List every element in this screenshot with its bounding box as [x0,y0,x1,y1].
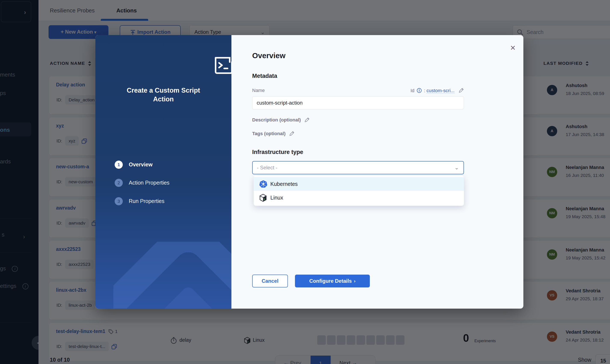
edit-pencil-icon[interactable] [458,88,464,93]
overview-heading: Overview [252,51,286,60]
option-linux[interactable]: $ Linux [254,191,464,205]
step-overview[interactable]: 1 Overview [115,161,213,170]
id-row: Id : custom-scri... [348,88,464,93]
terminal-icon [213,56,232,74]
generated-id-link[interactable]: custom-scri... [427,88,454,93]
edit-pencil-icon[interactable] [304,117,310,123]
app-screen: › ments ps ons ards s › gsi ettingsi ◀ R… [0,0,610,364]
step-run-properties[interactable]: 3 Run Properties [115,197,213,207]
step-action-properties[interactable]: 2 Action Properties [115,179,213,189]
infrastructure-type-menu: Kubernetes $ Linux [254,176,464,206]
brand-watermark [113,242,232,309]
cancel-button[interactable]: Cancel [252,275,288,287]
option-kubernetes[interactable]: Kubernetes [254,177,464,191]
modal-title: Create a Custom Script Action [118,86,208,104]
description-field[interactable]: Description (optional) [252,117,310,123]
chevron-right-icon: › [354,278,355,284]
configure-details-button[interactable]: Configure Details› [295,275,370,287]
infrastructure-type-heading: Infrastructure type [252,149,303,156]
linux-icon: $ [259,194,267,202]
infrastructure-type-select[interactable]: - Select - ⌄ [252,161,464,174]
tags-field[interactable]: Tags (optional) [252,131,295,136]
info-icon[interactable] [417,88,422,93]
select-placeholder: - Select - [257,161,277,174]
svg-text:$: $ [264,198,265,200]
metadata-heading: Metadata [252,73,277,79]
name-label: Name [252,88,265,93]
edit-pencil-icon[interactable] [289,131,295,136]
id-label: Id [410,88,414,93]
close-icon[interactable]: ✕ [508,43,518,52]
kubernetes-icon [259,180,267,188]
chevron-down-icon: ⌄ [454,161,459,174]
action-name-input[interactable] [252,96,464,109]
modal-side-panel: Create a Custom Script Action 1 Overview… [95,35,232,309]
create-action-modal: Create a Custom Script Action 1 Overview… [95,35,523,309]
